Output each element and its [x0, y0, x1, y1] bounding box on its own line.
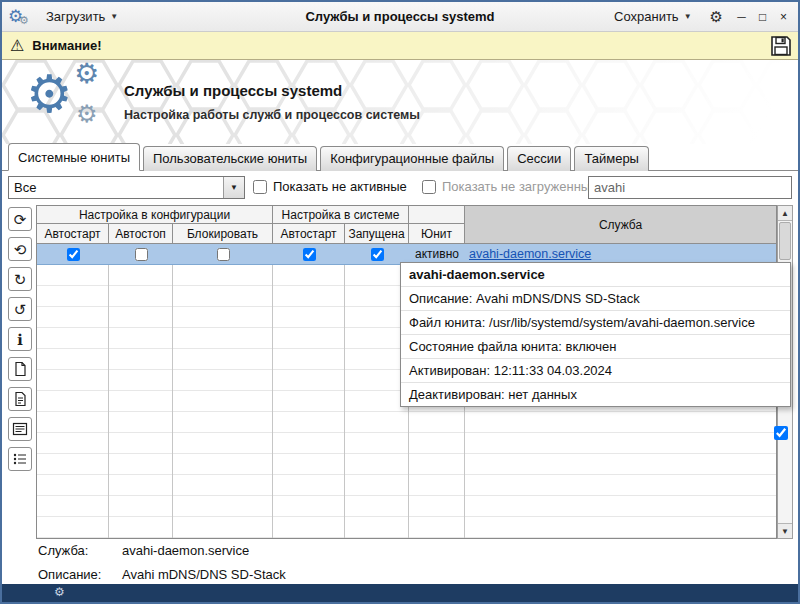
- footer-gear-icon: ⚙: [54, 586, 65, 598]
- tooltip-deactivated: Деактивирован: нет данных: [401, 382, 790, 406]
- row-select-checkbox[interactable]: [774, 426, 788, 440]
- page-title: Службы и процессы systemd: [124, 82, 342, 99]
- tab-timers[interactable]: Таймеры: [574, 146, 649, 171]
- filter-row: Все ▼ Показать не активные Показать не з…: [2, 171, 798, 205]
- detail-service-value: avahi-daemon.service: [122, 543, 249, 558]
- tooltip-description: Описание: Avahi mDNS/DNS SD-Stack: [401, 286, 790, 310]
- app-logo-gears: ⚙ ⚙ ⚙: [26, 64, 118, 140]
- hero-header: ⚙ ⚙ ⚙ Службы и процессы systemd Настройк…: [2, 60, 798, 144]
- gear-icon: ⚙: [19, 14, 29, 27]
- undo-button[interactable]: ↺: [8, 297, 32, 321]
- titlebar: ⚙ ⚙ Загрузить ▼ Службы и процессы system…: [2, 2, 798, 32]
- column-divider: [172, 244, 173, 538]
- journal-button[interactable]: [8, 417, 32, 441]
- running-checkbox[interactable]: [371, 248, 384, 261]
- info-icon: ℹ: [17, 332, 23, 347]
- col-header-unit[interactable]: Юнит: [409, 224, 465, 244]
- undo-icon: ↺: [14, 302, 27, 317]
- service-link[interactable]: avahi-daemon.service: [465, 247, 776, 261]
- tab-config-files[interactable]: Конфигурационные файлы: [320, 146, 504, 171]
- warning-bar: ⚠ Внимание!: [2, 32, 798, 60]
- unit-file-button[interactable]: [8, 357, 32, 381]
- search-input[interactable]: [588, 176, 792, 199]
- tooltip-title: avahi-daemon.service: [401, 263, 790, 286]
- file-icon: [12, 361, 28, 377]
- save-floppy-button[interactable]: [770, 35, 792, 57]
- show-inactive-label: Показать не активные: [273, 179, 407, 194]
- show-unloaded-checkbox-input[interactable]: [422, 180, 436, 194]
- col-header-service[interactable]: Служба: [465, 206, 776, 244]
- minimize-button[interactable]: ─: [735, 10, 748, 24]
- chevron-down-icon: ▼: [684, 12, 692, 21]
- col-header-autostart-system[interactable]: Автостарт: [273, 224, 345, 244]
- tab-system-units[interactable]: Системные юниты: [8, 143, 140, 171]
- app-window: ⚙ ⚙ Загрузить ▼ Службы и процессы system…: [0, 0, 800, 604]
- autostart-config-checkbox[interactable]: [67, 248, 80, 261]
- show-unloaded-label: Показать не загруженные: [442, 179, 597, 194]
- column-divider: [108, 244, 109, 538]
- settings-gear-button[interactable]: ⚙: [710, 8, 723, 26]
- tooltip-activated: Активирован: 12:11:33 04.03.2024: [401, 358, 790, 382]
- block-checkbox[interactable]: [217, 248, 230, 261]
- info-button[interactable]: ℹ: [8, 327, 32, 351]
- category-combobox-value: Все: [9, 180, 223, 195]
- col-header-running[interactable]: Запущена: [345, 224, 409, 244]
- chevron-down-icon: ▼: [230, 183, 238, 192]
- arrow-up-icon: ▲: [781, 209, 789, 218]
- autostart-system-checkbox[interactable]: [303, 248, 316, 261]
- show-unloaded-checkbox[interactable]: Показать не загруженные: [422, 179, 597, 194]
- detail-description-label: Описание:: [38, 567, 122, 582]
- warning-icon: ⚠: [10, 38, 24, 54]
- footer-bar: ⚙: [2, 584, 798, 602]
- warning-label: Внимание!: [32, 38, 101, 53]
- detail-description-value: Avahi mDNS/DNS SD-Stack: [122, 567, 286, 582]
- group-header-system: Настройка в системе: [273, 206, 409, 224]
- detail-service-label: Служба:: [38, 543, 122, 558]
- save-menu-button[interactable]: Сохранить ▼: [608, 6, 698, 27]
- load-menu-label: Загрузить: [46, 9, 105, 24]
- left-toolbar: ⟳ ⟲ ↻ ↺ ℹ: [8, 207, 34, 471]
- close-button[interactable]: ×: [777, 10, 790, 24]
- group-header-config: Настройка в конфигурации: [37, 206, 273, 224]
- save-menu-label: Сохранить: [614, 9, 679, 24]
- unit-state-badge: активно: [409, 247, 465, 261]
- dependencies-list-button[interactable]: [8, 447, 32, 471]
- service-tooltip: avahi-daemon.service Описание: Avahi mDN…: [400, 262, 791, 407]
- tab-strip: Системные юниты Пользовательские юниты К…: [2, 144, 798, 171]
- refresh-icon: ⟳: [14, 212, 27, 227]
- combobox-dropdown-button[interactable]: ▼: [223, 177, 244, 198]
- scroll-down-button[interactable]: ▼: [778, 523, 792, 538]
- log-file-button[interactable]: [8, 387, 32, 411]
- col-header-autostop[interactable]: Автостоп: [109, 224, 173, 244]
- list-box-icon: [12, 421, 28, 437]
- gear-icon: ⚙: [76, 102, 98, 126]
- revert-icon: ⟲: [14, 242, 27, 257]
- load-menu-button[interactable]: Загрузить ▼: [40, 6, 124, 27]
- gear-icon: ⚙: [74, 60, 99, 88]
- tab-sessions[interactable]: Сессии: [507, 146, 571, 171]
- col-header-block[interactable]: Блокировать: [173, 224, 273, 244]
- column-divider: [272, 244, 273, 538]
- tab-user-units[interactable]: Пользовательские юниты: [143, 146, 317, 171]
- tooltip-unit-file: Файл юнита: /usr/lib/systemd/system/avah…: [401, 310, 790, 334]
- table-header: Настройка в конфигурации Настройка в сис…: [37, 206, 776, 244]
- redo-icon: ↻: [14, 272, 27, 287]
- autostop-checkbox[interactable]: [135, 248, 148, 261]
- revert-button[interactable]: ⟲: [8, 237, 32, 261]
- chevron-down-icon: ▼: [110, 12, 118, 21]
- bullet-list-icon: [12, 451, 28, 467]
- gear-icon: ⚙: [26, 68, 73, 120]
- refresh-button[interactable]: ⟳: [8, 207, 32, 231]
- column-divider: [344, 244, 345, 538]
- redo-button[interactable]: ↻: [8, 267, 32, 291]
- app-gears-icon: ⚙ ⚙: [8, 5, 32, 29]
- scrollbar-thumb[interactable]: [779, 222, 791, 260]
- col-header-autostart-config[interactable]: Автостарт: [37, 224, 109, 244]
- scroll-up-button[interactable]: ▲: [778, 206, 792, 221]
- show-inactive-checkbox-input[interactable]: [253, 180, 267, 194]
- file-lines-icon: [12, 391, 28, 407]
- show-inactive-checkbox[interactable]: Показать не активные: [253, 179, 407, 194]
- page-subtitle: Настройка работы служб и процессов систе…: [124, 108, 420, 122]
- maximize-button[interactable]: □: [756, 10, 769, 24]
- category-combobox[interactable]: Все ▼: [8, 176, 245, 199]
